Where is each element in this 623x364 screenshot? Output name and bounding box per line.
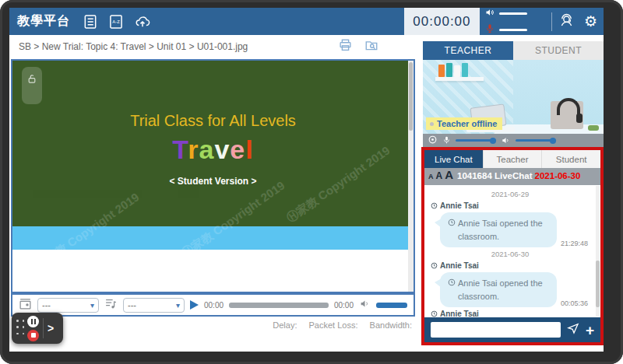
chat-sender-name: Annie Tsai	[431, 261, 590, 270]
book-illustration	[454, 65, 460, 77]
audio-controls	[480, 8, 545, 35]
mic-volume-slider[interactable]	[499, 29, 527, 31]
whiteboard-canvas[interactable]: Trial Class for All Levels Travel < Stud…	[11, 59, 415, 293]
tab-live-chat[interactable]: Live Chat	[424, 150, 483, 168]
font-size-medium-button[interactable]: A	[436, 170, 443, 181]
chevron-down-icon: ▾	[176, 301, 180, 310]
media-select[interactable]: ---▾	[37, 298, 99, 313]
seek-bar[interactable]	[229, 303, 329, 308]
video-mic-icon[interactable]	[442, 134, 451, 148]
chat-message-list[interactable]: 2021-06-29 Annie Tsai Annie Tsai opened …	[424, 185, 600, 317]
rec-divider	[43, 318, 44, 338]
teacher-offline-badge: Teacher offline	[426, 117, 502, 130]
recording-control-panel: >	[12, 313, 63, 344]
headset-earcup-illustration	[576, 114, 583, 123]
chevron-down-icon: ▾	[90, 301, 94, 310]
headset-illustration	[557, 98, 580, 115]
shelf-illustration	[435, 77, 484, 81]
playlist-icon[interactable]	[104, 297, 118, 313]
chat-message-row: Annie Tsai opened the classroom. 00:05:3…	[431, 272, 590, 307]
clock-icon	[448, 278, 456, 286]
travel-letter: v	[214, 135, 230, 164]
speaker-icon[interactable]	[484, 8, 495, 20]
chat-sender-name: Annie Tsai	[431, 201, 590, 210]
tab-student-video[interactable]: STUDENT	[513, 41, 604, 60]
slide-blue-band	[12, 226, 414, 250]
chat-scrollbar[interactable]	[596, 186, 600, 317]
plant-illustration	[588, 125, 599, 131]
bandwidth-label: Bandwidth:	[370, 320, 412, 330]
clock-icon	[431, 202, 438, 209]
chat-header: A A A 1041684 LiveChat 2021-06-30	[424, 168, 600, 185]
slide-title: Trial Class for All Levels	[12, 112, 414, 130]
chat-message-row: Annie Tsai opened the classroom. 21:29:4…	[431, 212, 590, 247]
packet-loss-label: Packet Loss:	[309, 320, 358, 330]
topbar-divider	[551, 12, 552, 31]
speaker-volume-slider[interactable]	[499, 12, 527, 15]
video-control-bar	[423, 134, 604, 147]
player-volume-bar[interactable]	[376, 303, 407, 308]
font-size-small-button[interactable]: A	[428, 173, 434, 180]
breadcrumb[interactable]: SB > New Trial: Topic 4: Travel > Unit 0…	[19, 41, 248, 52]
book-illustration	[462, 63, 468, 77]
media-browser-icon[interactable]	[19, 297, 32, 313]
audio-select[interactable]: ---▾	[123, 298, 185, 313]
slide-word-travel: Travel	[12, 135, 414, 165]
media-player-bar: ---▾ ---▾ 00:00 00:00	[11, 293, 415, 317]
clock-icon	[431, 310, 438, 317]
slide-subtitle: < Student Version >	[12, 176, 414, 187]
delay-label: Delay:	[273, 320, 297, 330]
video-speaker-icon[interactable]	[501, 134, 511, 148]
travel-letter: r	[188, 135, 199, 164]
app-window: 教學平台 A-Z 00:00:00	[9, 8, 604, 352]
support-agent-icon[interactable]	[558, 12, 575, 31]
book-illustration	[438, 65, 445, 77]
chat-date-divider: 2021-06-30	[431, 250, 590, 258]
print-icon[interactable]	[338, 38, 353, 55]
stop-record-button[interactable]	[27, 330, 39, 341]
travel-letter: T	[172, 135, 188, 164]
chat-bubble: Annie Tsai opened the classroom.	[440, 212, 557, 247]
travel-letter: a	[199, 135, 214, 164]
offline-dot-icon	[430, 122, 434, 126]
add-attachment-icon[interactable]: +	[586, 323, 594, 338]
live-chat-panel: Live Chat Teacher Student A A A 1041684 …	[421, 147, 604, 345]
play-button[interactable]	[190, 300, 199, 310]
window-frame: 教學平台 A-Z 00:00:00	[0, 0, 623, 364]
clock-icon	[431, 262, 438, 269]
travel-letter: e	[230, 135, 245, 164]
elapsed-time: 00:00	[204, 301, 224, 310]
settings-gear-icon[interactable]: ⚙	[584, 14, 597, 29]
canvas-scrollbar[interactable]	[408, 61, 414, 292]
chat-message-input[interactable]	[431, 322, 561, 338]
clock-icon	[448, 219, 456, 226]
total-time: 00:00	[334, 301, 354, 310]
class-timer: 00:00:00	[404, 8, 480, 35]
cloud-upload-icon[interactable]	[134, 14, 151, 30]
expand-chevron-icon[interactable]: >	[48, 322, 54, 334]
top-bar: 教學平台 A-Z 00:00:00	[9, 8, 604, 35]
font-size-large-button[interactable]: A	[445, 168, 453, 181]
dictionary-icon[interactable]: A-Z	[108, 14, 124, 30]
video-tabs: TEACHER STUDENT	[423, 41, 604, 60]
tab-chat-teacher[interactable]: Teacher	[483, 150, 542, 168]
tab-chat-student[interactable]: Student	[541, 150, 600, 168]
chat-tabs: Live Chat Teacher Student	[424, 150, 600, 168]
chat-bubble: Annie Tsai opened the classroom.	[440, 272, 557, 307]
lesson-materials-icon[interactable]	[83, 14, 98, 30]
drag-handle[interactable]	[16, 320, 26, 337]
chat-date-label: 2021-06-30	[535, 171, 581, 180]
network-status-bar: Delay: Packet Loss: Bandwidth:	[11, 320, 415, 330]
pause-button[interactable]	[27, 316, 39, 327]
chat-date-divider: 2021-06-29	[431, 190, 590, 198]
camera-icon[interactable]	[428, 134, 438, 148]
chat-timestamp: 21:29:48	[561, 240, 588, 247]
image-browser-icon[interactable]	[364, 38, 379, 55]
tab-teacher-video[interactable]: TEACHER	[423, 41, 513, 60]
chat-timestamp: 00:05:36	[561, 299, 588, 307]
lock-button[interactable]	[22, 67, 42, 104]
send-icon[interactable]	[567, 322, 579, 338]
video-speaker-slider[interactable]	[516, 139, 556, 142]
player-speaker-icon[interactable]	[359, 298, 371, 312]
video-mic-slider[interactable]	[456, 139, 496, 142]
